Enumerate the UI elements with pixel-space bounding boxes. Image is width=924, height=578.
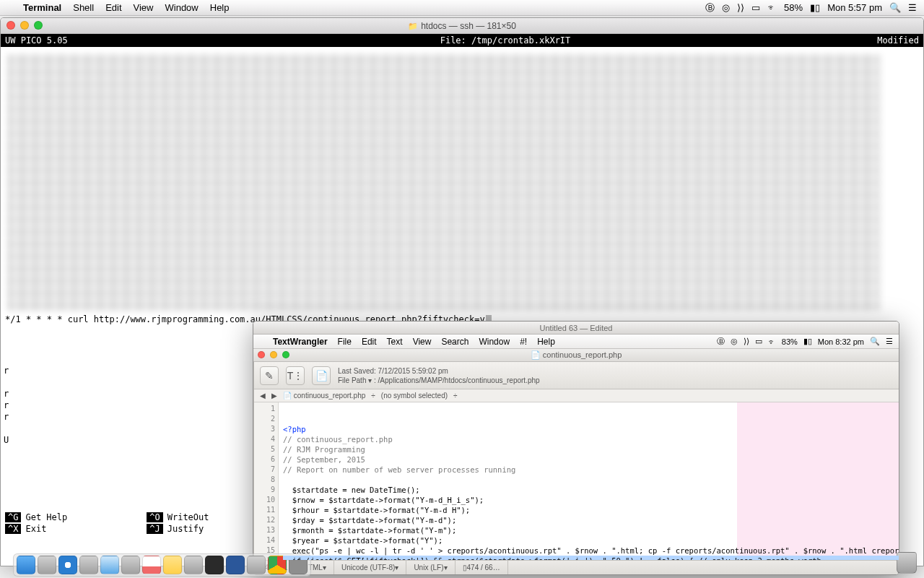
tw-zoom-button[interactable]: [282, 351, 289, 358]
tw-menu-help[interactable]: Help: [532, 337, 560, 347]
tw-battery-icon[interactable]: ▮▯: [803, 337, 812, 346]
tw-app-name[interactable]: TextWrangler: [268, 337, 333, 347]
label-writeout: WriteOut: [167, 512, 209, 522]
tw-wifi-icon[interactable]: ᯤ: [768, 337, 776, 346]
tw-doc-titlebar[interactable]: 📄 continuous_report.php: [253, 349, 899, 362]
dock-mail[interactable]: [100, 556, 119, 574]
key-justify[interactable]: ^J: [147, 524, 162, 534]
line-number-gutter: 12345678910111213141516171819202122: [254, 402, 279, 560]
status-selection: ▯ 474 / 66…: [456, 561, 508, 574]
tw-menuextra-2[interactable]: ◎: [731, 337, 738, 346]
dock-finder[interactable]: [17, 556, 35, 574]
battery-pct[interactable]: 58%: [784, 2, 803, 13]
battery-icon[interactable]: ▮▯: [810, 2, 820, 13]
tw-outer-title[interactable]: Untitled 63 — Edited: [253, 322, 899, 335]
airplay-icon[interactable]: ▭: [751, 2, 760, 13]
dock-word[interactable]: [226, 556, 245, 574]
menu-help[interactable]: Help: [204, 2, 235, 13]
code-editor[interactable]: <?php // continuous_report.php // RJM Pr…: [279, 402, 899, 560]
partial-left-chars: r r r r U: [4, 365, 9, 446]
dock-app[interactable]: [121, 556, 140, 574]
tw-doc-title: continuous_report.php: [543, 350, 622, 359]
tw-minimize-button[interactable]: [270, 351, 277, 358]
dock-terminal[interactable]: [205, 556, 224, 574]
tw-menu-text[interactable]: Text: [382, 337, 408, 347]
redacted-content: [8, 54, 880, 311]
menu-edit[interactable]: Edit: [100, 2, 127, 13]
filepath-label[interactable]: File Path ▾ :: [338, 376, 376, 384]
dock-app[interactable]: [247, 556, 266, 574]
last-saved-value: 7/12/2015 5:59:02 pm: [378, 367, 448, 375]
spotlight-icon[interactable]: 🔍: [889, 2, 901, 13]
tw-close-button[interactable]: [258, 351, 265, 358]
tw-menu-file[interactable]: File: [333, 337, 357, 347]
tw-airplay-icon[interactable]: ▭: [755, 337, 762, 346]
minimize-button[interactable]: [20, 21, 29, 30]
notification-center-icon[interactable]: ☰: [908, 2, 917, 13]
menu-window[interactable]: Window: [160, 2, 204, 13]
wifi-icon[interactable]: ᯤ: [767, 2, 777, 13]
macos-menubar: Terminal Shell Edit View Window Help Ⓑ ◎…: [0, 0, 924, 16]
label-get-help: Get Help: [25, 512, 67, 522]
tw-spotlight-icon[interactable]: 🔍: [870, 337, 880, 346]
tw-menu-search[interactable]: Search: [436, 337, 474, 347]
pico-footer: ^GGet Help ^XExit ^OWriteOut ^JJustify: [5, 511, 209, 534]
text-options-icon[interactable]: T⋮: [286, 366, 305, 385]
dock-calendar[interactable]: [142, 556, 161, 574]
tw-menu-window[interactable]: Window: [474, 337, 515, 347]
active-app-name[interactable]: Terminal: [17, 2, 67, 13]
tw-toolbar: ✎ T⋮ 📄 Last Saved: 7/12/2015 5:59:02 pm …: [254, 362, 899, 389]
pico-status: Modified: [847, 35, 919, 46]
menuextra-icon-3[interactable]: ⟩⟩: [737, 2, 744, 13]
nav-fwd-icon[interactable]: ▶: [271, 392, 277, 400]
tw-menu-edit[interactable]: Edit: [357, 337, 382, 347]
nav-back-icon[interactable]: ◀: [260, 392, 266, 400]
last-saved-label: Last Saved:: [338, 367, 376, 375]
tw-menuextra-3[interactable]: ⟩⟩: [744, 337, 749, 346]
pico-header: UW PICO 5.05 File: /tmp/crontab.xkXrIT M…: [1, 34, 923, 47]
tw-breadcrumb: ◀ ▶ 📄 continuous_report.php ÷ (no symbol…: [254, 389, 899, 402]
tw-menu-shebang[interactable]: #!: [515, 337, 532, 347]
dock-app[interactable]: [79, 556, 98, 574]
terminal-titlebar[interactable]: 📁htdocs — ssh — 181×50: [1, 18, 923, 34]
tw-clock[interactable]: Mon 8:32 pm: [818, 337, 864, 346]
status-lineend[interactable]: Unix (LF) ▾: [406, 561, 455, 574]
menu-shell[interactable]: Shell: [67, 2, 100, 13]
label-exit: Exit: [25, 524, 46, 534]
key-exit[interactable]: ^X: [5, 524, 21, 534]
breadcrumb-symbol[interactable]: (no symbol selected): [381, 392, 448, 400]
tw-menu-view[interactable]: View: [408, 337, 437, 347]
menuextra-icon-1[interactable]: Ⓑ: [705, 1, 715, 14]
menuextra-icon-2[interactable]: ◎: [722, 2, 730, 13]
dock-app[interactable]: [184, 556, 203, 574]
tw-battery-pct[interactable]: 83%: [782, 337, 798, 346]
zoom-button[interactable]: [34, 21, 43, 30]
filepath-value: /Applications/MAMP/htdocs/continuous_rep…: [378, 376, 540, 384]
folder-icon: 📁: [408, 22, 418, 30]
close-button[interactable]: [6, 21, 15, 30]
clock[interactable]: Mon 5:57 pm: [827, 2, 882, 13]
label-justify: Justify: [167, 524, 204, 534]
pico-version: UW PICO 5.05: [5, 35, 164, 46]
window-title: htdocs — ssh — 181×50: [421, 21, 516, 31]
dock-safari[interactable]: [58, 556, 77, 574]
pico-file: File: /tmp/crontab.xkXrIT: [164, 35, 847, 46]
status-encoding[interactable]: Unicode (UTF-8) ▾: [334, 561, 406, 574]
document-icon[interactable]: 📄: [312, 366, 331, 385]
dock-notes[interactable]: [163, 556, 182, 574]
tw-menubar: TextWrangler File Edit Text View Search …: [253, 335, 899, 349]
textwrangler-window: Untitled 63 — Edited TextWrangler File E…: [253, 321, 899, 575]
key-writeout[interactable]: ^O: [147, 512, 162, 522]
pencil-icon[interactable]: ✎: [260, 366, 279, 385]
trash-icon[interactable]: [897, 552, 917, 574]
breadcrumb-file[interactable]: continuous_report.php: [294, 392, 366, 400]
tw-notif-icon[interactable]: ☰: [886, 337, 893, 346]
key-get-help[interactable]: ^G: [5, 512, 21, 522]
tw-menuextra-1[interactable]: Ⓑ: [717, 336, 725, 347]
tw-statusbar: 14 1 HTML ▾ Unicode (UTF-8) ▾ Unix (LF) …: [253, 560, 899, 574]
menu-view[interactable]: View: [128, 2, 160, 13]
dock-app[interactable]: [38, 556, 56, 574]
dock: [13, 553, 311, 577]
